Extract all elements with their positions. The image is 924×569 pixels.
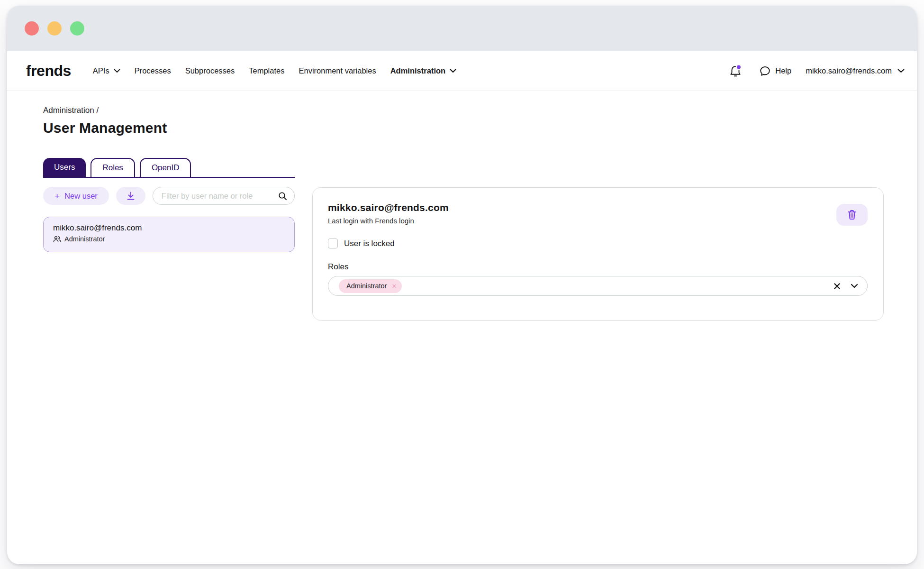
plus-icon: + xyxy=(54,192,60,201)
chevron-down-icon xyxy=(450,69,456,73)
nav-item-subprocesses-label: Subprocesses xyxy=(185,66,235,75)
role-chip-administrator: Administrator ✕ xyxy=(339,279,402,293)
user-detail-last-login: Last login with Frends login xyxy=(328,217,449,225)
help-button[interactable]: Help xyxy=(760,66,791,76)
chat-bubble-icon xyxy=(760,66,770,76)
frends-logo[interactable]: frends xyxy=(26,62,71,80)
user-locked-row: User is locked xyxy=(328,239,868,248)
clear-selection-icon[interactable] xyxy=(833,283,841,290)
nav-item-processes-label: Processes xyxy=(135,66,171,75)
users-panel: Users Roles OpenID + New user xyxy=(43,158,295,252)
roles-label: Roles xyxy=(328,262,868,272)
roles-multiselect[interactable]: Administrator ✕ xyxy=(328,276,868,296)
nav-item-processes[interactable]: Processes xyxy=(135,66,171,75)
user-locked-label: User is locked xyxy=(344,239,395,248)
user-detail-email: mikko.sairo@frends.com xyxy=(328,202,449,213)
user-list-item-email: mikko.sairo@frends.com xyxy=(53,223,285,233)
download-icon xyxy=(127,192,135,201)
page-title: User Management xyxy=(43,120,884,136)
filter-input[interactable] xyxy=(162,192,274,201)
nav-item-apis-label: APIs xyxy=(93,66,109,75)
new-user-button[interactable]: + New user xyxy=(43,187,109,205)
user-locked-checkbox[interactable] xyxy=(328,239,338,248)
users-toolbar: + New user xyxy=(43,187,295,205)
search-icon[interactable] xyxy=(278,192,287,201)
notification-badge xyxy=(737,65,741,69)
tab-bar: Users Roles OpenID xyxy=(43,158,295,178)
nav-item-subprocesses[interactable]: Subprocesses xyxy=(185,66,235,75)
nav-items: APIs Processes Subprocesses Templates En… xyxy=(93,66,456,75)
top-navbar: frends APIs Processes Subprocesses Templ… xyxy=(7,51,917,91)
window-titlebar xyxy=(7,6,917,51)
tab-users[interactable]: Users xyxy=(43,158,86,177)
chevron-down-icon xyxy=(114,69,120,73)
help-label: Help xyxy=(775,66,791,75)
chevron-down-icon[interactable] xyxy=(851,284,858,288)
new-user-label: New user xyxy=(64,192,98,201)
trash-icon xyxy=(847,210,857,220)
window-minimize-button[interactable] xyxy=(47,21,62,36)
navbar-right: Help mikko.sairo@frends.com xyxy=(729,64,905,78)
nav-item-templates-label: Templates xyxy=(249,66,284,75)
filter-field xyxy=(153,187,295,205)
screenshot-stage: frends APIs Processes Subprocesses Templ… xyxy=(0,0,924,569)
user-menu[interactable]: mikko.sairo@frends.com xyxy=(806,66,905,75)
nav-item-apis[interactable]: APIs xyxy=(93,66,120,75)
user-email: mikko.sairo@frends.com xyxy=(806,66,892,75)
user-detail-titles: mikko.sairo@frends.com Last login with F… xyxy=(328,202,449,225)
remove-role-icon[interactable]: ✕ xyxy=(391,283,397,289)
user-detail-header: mikko.sairo@frends.com Last login with F… xyxy=(328,202,868,226)
group-icon xyxy=(53,236,61,243)
user-list-item-role-row: Administrator xyxy=(53,235,285,243)
nav-item-administration-label: Administration xyxy=(390,66,445,75)
nav-item-templates[interactable]: Templates xyxy=(249,66,284,75)
nav-item-environment-variables[interactable]: Environment variables xyxy=(299,66,376,75)
main-row: Users Roles OpenID + New user xyxy=(43,158,884,321)
window-zoom-button[interactable] xyxy=(70,21,84,36)
user-list-item[interactable]: mikko.sairo@frends.com Administrator xyxy=(43,217,295,252)
nav-item-environment-variables-label: Environment variables xyxy=(299,66,376,75)
role-chip-label: Administrator xyxy=(346,282,387,290)
app-window: frends APIs Processes Subprocesses Templ… xyxy=(7,6,917,564)
bell-icon xyxy=(729,64,742,78)
nav-item-administration[interactable]: Administration xyxy=(390,66,456,75)
user-detail-card: mikko.sairo@frends.com Last login with F… xyxy=(312,187,884,321)
breadcrumb[interactable]: Administration / xyxy=(43,106,884,115)
page-content: Administration / User Management Users R… xyxy=(7,91,917,564)
user-list-item-role: Administrator xyxy=(64,235,105,243)
tab-openid[interactable]: OpenID xyxy=(140,158,191,177)
export-users-button[interactable] xyxy=(116,187,145,205)
delete-user-button[interactable] xyxy=(836,204,868,226)
notifications-button[interactable] xyxy=(729,64,742,78)
window-close-button[interactable] xyxy=(25,21,39,36)
select-actions xyxy=(833,283,858,290)
chevron-down-icon xyxy=(897,69,905,73)
tab-roles[interactable]: Roles xyxy=(91,158,135,177)
